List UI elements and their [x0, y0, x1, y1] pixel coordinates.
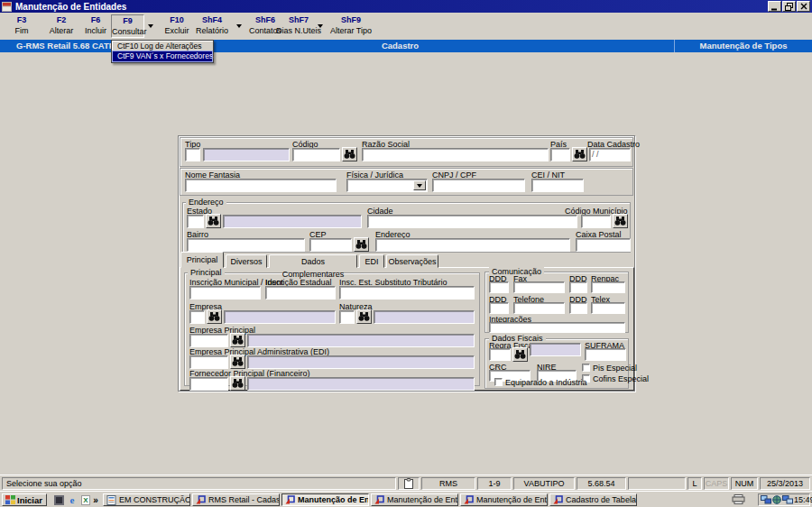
ddd-telefone-field[interactable] [489, 302, 509, 314]
empresa-principal-descricao-field [247, 334, 475, 347]
inscricao-municipal-field[interactable] [189, 286, 261, 300]
manutencao-tipos-header[interactable]: Manutenção de Tipos [674, 40, 812, 52]
toolbar-button-shf9[interactable]: ShF9 Alterar Tipo [327, 14, 375, 38]
estado-field[interactable] [187, 215, 204, 228]
tab-principal[interactable]: Principal [180, 252, 224, 268]
fisica-juridica-select[interactable] [346, 179, 428, 192]
pais-lookup-button[interactable] [572, 147, 587, 161]
natureza-lookup-button[interactable] [356, 309, 372, 324]
principal-legend: Principal [188, 268, 225, 277]
renpac-field[interactable] [591, 281, 625, 293]
dias-dropdown-caret-icon[interactable] [318, 24, 323, 28]
taskbar-button-rms-retail[interactable]: RMS Retail - Cadastro / ... [192, 493, 280, 506]
taskbar-button-manutencao-active[interactable]: Manutenção de Entid... [281, 493, 369, 506]
quicklaunch-media-icon[interactable] [52, 494, 65, 506]
toolbar-key: F2 [42, 14, 81, 25]
client-area: Tipo Código Razão Social País Data Cadas… [0, 52, 812, 475]
fax-field[interactable] [513, 281, 565, 293]
regra-fiscal-lookup-button[interactable] [512, 347, 528, 362]
ddd-fax-field[interactable] [489, 281, 509, 293]
toolbar-button-f6[interactable]: F6 Incluir [81, 14, 110, 38]
fisica-juridica-dropdown-button[interactable] [413, 180, 426, 190]
toolbar-label: Alterar [42, 25, 81, 36]
nome-fantasia-field[interactable] [185, 179, 337, 192]
cnpj-cpf-field[interactable] [432, 179, 525, 192]
toolbar-label: Fim [2, 25, 42, 36]
taskbar-button-manutencao-3[interactable]: Manutenção de Entidades [460, 493, 548, 506]
toolbar-button-f3[interactable]: F3 Fim [2, 14, 42, 38]
close-button[interactable] [797, 1, 810, 12]
consultar-dropdown-caret-icon[interactable] [148, 24, 153, 28]
printer-icon[interactable] [732, 494, 745, 506]
quicklaunch-overflow-chevron-icon[interactable]: » [92, 494, 99, 506]
suframa-field[interactable] [585, 348, 626, 361]
telex-field[interactable] [591, 302, 625, 314]
codigo-lookup-button[interactable] [342, 147, 357, 161]
pis-especial-checkbox[interactable] [582, 364, 590, 372]
ddd-renpac-field[interactable] [569, 281, 587, 293]
taskbar-button-cadastro-tabelas[interactable]: Cadastro de Tabelas [549, 493, 637, 506]
tipo-field[interactable] [185, 148, 200, 161]
fornecedor-principal-field[interactable] [189, 377, 228, 391]
tab-observacoes[interactable]: Observações [386, 254, 438, 268]
start-button[interactable]: Iniciar [2, 493, 47, 506]
toolbar-button-shf7[interactable]: ShF7 Dias N.Uteis [274, 14, 323, 38]
natureza-field[interactable] [339, 310, 355, 324]
tab-diversos[interactable]: Diversos [226, 254, 267, 268]
codigo-municipio-lookup-button[interactable] [613, 214, 628, 228]
taskbar-button-manutencao-2[interactable]: Manutenção de Entidades [371, 493, 458, 506]
toolbar-button-f9[interactable]: F9 Consultar [111, 14, 144, 38]
toolbar-button-f2[interactable]: F2 Alterar [42, 14, 81, 38]
regra-fiscal-field[interactable] [489, 348, 511, 361]
regra-fiscal-descricao-field [530, 343, 581, 356]
cei-nit-field[interactable] [531, 179, 584, 192]
globe-icon[interactable] [772, 495, 781, 504]
status-system: RMS [421, 477, 475, 490]
empresa-field[interactable] [189, 310, 205, 324]
window-titlebar: Manutenção de Entidades [0, 0, 812, 13]
codigo-municipio-field[interactable] [581, 215, 611, 228]
menu-item-vans-fornecedores[interactable]: CtF9 VAN´s x Fornecedores [113, 51, 212, 61]
menu-item-log-alteracoes[interactable]: CtF10 Log de Alterações [113, 41, 212, 51]
fornecedor-principal-lookup-button[interactable] [230, 376, 245, 391]
codigo-field[interactable] [292, 148, 340, 161]
bairro-field[interactable] [187, 238, 305, 252]
cidade-field[interactable] [367, 215, 577, 228]
pais-field[interactable] [550, 148, 570, 161]
insc-substituto-field[interactable] [339, 286, 475, 300]
network-icon[interactable] [761, 495, 771, 504]
endereco-legend: Endereço [186, 198, 226, 207]
data-cadastro-field[interactable]: / / [589, 148, 631, 161]
restore-button[interactable] [782, 1, 796, 12]
endereco-field[interactable] [375, 238, 570, 252]
toolbar-button-shf4[interactable]: ShF4 Relatório [191, 14, 233, 38]
empresa-principal-edi-lookup-button[interactable] [230, 355, 245, 369]
cep-field[interactable] [309, 238, 352, 252]
empresa-lookup-button[interactable] [207, 309, 222, 324]
taskbar-button-em-construcao[interactable]: EM CONSTRUÇÃO_RMS ... [103, 493, 190, 506]
rms-app-icon [374, 495, 384, 504]
empresa-descricao-field [224, 310, 336, 324]
telefone-field[interactable] [513, 302, 565, 314]
quicklaunch-excel-icon[interactable]: X [79, 494, 92, 506]
cep-lookup-button[interactable] [354, 237, 369, 252]
clock[interactable]: 15:49 [794, 495, 812, 504]
estado-lookup-button[interactable] [206, 214, 221, 228]
empresa-principal-edi-field[interactable] [189, 355, 228, 369]
tab-edi[interactable]: EDI [359, 254, 384, 268]
toolbar-button-f10[interactable]: F10 Excluir [158, 14, 196, 38]
empresa-principal-lookup-button[interactable] [230, 333, 245, 347]
caixa-postal-field[interactable] [576, 238, 631, 252]
inscricao-estadual-field[interactable] [265, 286, 336, 300]
equiparado-industria-checkbox[interactable] [494, 378, 503, 386]
minimize-button[interactable] [768, 1, 781, 12]
razao-social-field[interactable] [362, 148, 549, 161]
ddd-telex-field[interactable] [569, 302, 587, 314]
quicklaunch-internet-explorer-icon[interactable]: e [66, 494, 78, 506]
empresa-principal-field[interactable] [189, 334, 228, 347]
tab-dados-complementares[interactable]: Dados Complementares [269, 254, 357, 268]
remote-connection-icon[interactable] [782, 495, 793, 504]
relatorio-dropdown-caret-icon[interactable] [236, 24, 242, 28]
integracoes-field[interactable] [489, 322, 625, 333]
comunicacao-legend: Comunicação [489, 267, 544, 276]
